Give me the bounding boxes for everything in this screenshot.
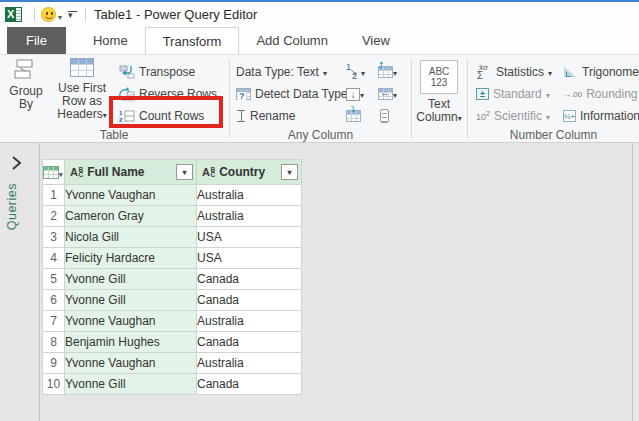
move-button[interactable]: ↔ (378, 83, 397, 105)
unpivot-columns-button[interactable]: ⤴ (378, 61, 397, 83)
detect-data-type-icon: ? (236, 88, 251, 100)
tab-transform[interactable]: Transform (145, 27, 240, 54)
move-icon: ↔ (378, 88, 393, 100)
full-name-cell[interactable]: Yvonne Vaughan (65, 311, 197, 332)
select-all-button[interactable]: ▾ (43, 160, 65, 185)
country-cell[interactable]: Canada (197, 269, 302, 290)
full-name-cell[interactable]: Yvonne Vaughan (65, 353, 197, 374)
tab-home[interactable]: Home (76, 27, 145, 54)
fill-down-icon: ↓ (346, 88, 360, 101)
expand-queries-chevron-icon[interactable] (11, 156, 27, 172)
row-number[interactable]: 2 (43, 206, 65, 227)
country-cell[interactable]: Canada (197, 332, 302, 353)
table-row: 4 Felicity Hardacre USA (43, 248, 302, 269)
row-number[interactable]: 6 (43, 290, 65, 311)
pivot-column-button[interactable]: ⤵ (346, 105, 361, 127)
standard-button[interactable]: ± Standard (476, 83, 550, 105)
row-number[interactable]: 7 (43, 311, 65, 332)
dropdown-caret-icon: ▾ (59, 171, 63, 178)
row-number[interactable]: 5 (43, 269, 65, 290)
table-row: 3 Nicola Gill USA (43, 227, 302, 248)
smiley-icon[interactable] (41, 7, 56, 22)
row-number[interactable]: 1 (43, 185, 65, 206)
reverse-rows-button[interactable]: Reverse Rows (119, 83, 217, 105)
rename-icon (236, 110, 246, 122)
excel-icon (5, 7, 22, 22)
dropdown-caret-icon (393, 65, 397, 79)
group-label-number-column: Number Column (468, 128, 639, 142)
row-number[interactable]: 3 (43, 227, 65, 248)
convert-to-list-icon (380, 109, 389, 123)
standard-icon: ± (476, 88, 489, 100)
country-cell[interactable]: Canada (197, 290, 302, 311)
filter-dropdown-button[interactable] (281, 164, 298, 180)
full-name-cell[interactable]: Yvonne Vaughan (65, 185, 197, 206)
dropdown-caret-icon (361, 65, 365, 79)
customize-quick-access-toolbar-icon[interactable] (68, 10, 77, 20)
smiley-dropdown-caret-icon[interactable] (58, 6, 62, 24)
full-name-cell[interactable]: Yvonne Gill (65, 374, 197, 395)
statistics-icon: x̄σΣ (476, 65, 492, 80)
country-cell[interactable]: Canada (197, 374, 302, 395)
use-first-row-as-headers-icon (70, 58, 94, 77)
country-cell[interactable]: Australia (197, 185, 302, 206)
rename-button[interactable]: Rename (236, 105, 295, 127)
dropdown-caret-icon (393, 87, 397, 101)
transpose-button[interactable]: Transpose (119, 61, 195, 83)
fill-button[interactable]: ↓ (346, 83, 364, 105)
titlebar: Table1 - Power Query Editor (0, 2, 639, 27)
dropdown-caret-icon (548, 65, 552, 79)
rounding-button[interactable]: →.00 Rounding (563, 83, 639, 105)
country-cell[interactable]: USA (197, 227, 302, 248)
rounding-icon: →.00 (563, 90, 582, 99)
tab-add-column[interactable]: Add Column (239, 27, 345, 54)
statistics-button[interactable]: x̄σΣ Statistics (476, 61, 552, 83)
full-name-cell[interactable]: Nicola Gill (65, 227, 197, 248)
replace-values-button[interactable]: 1↘2 (346, 61, 365, 83)
table-row: 5 Yvonne Gill Canada (43, 269, 302, 290)
count-rows-button[interactable]: 1 2 Count Rows (119, 105, 204, 127)
select-all-table-icon (43, 166, 59, 179)
column-header-country[interactable]: ABC Country (197, 160, 302, 185)
country-cell[interactable]: Australia (197, 311, 302, 332)
tab-view[interactable]: View (345, 27, 407, 54)
text-column-icon: ABC 123 (420, 60, 458, 94)
group-by-button[interactable]: Group By (6, 58, 46, 111)
group-by-icon (13, 58, 39, 80)
row-number[interactable]: 10 (43, 374, 65, 395)
text-column-button[interactable]: ABC 123 Text Column (416, 60, 462, 125)
trigonometry-button[interactable]: Trigonometry (563, 61, 639, 83)
data-type-button[interactable]: Data Type: Text (236, 61, 327, 83)
ribbon: Group By Use First Row as Headers Transp… (0, 55, 639, 143)
titlebar-separator (85, 8, 86, 22)
vertical-scrollbar[interactable] (632, 143, 639, 421)
reverse-rows-icon (119, 87, 135, 101)
scientific-button[interactable]: 102 Scientific (476, 105, 550, 127)
detect-data-type-button[interactable]: ? Detect Data Type (236, 83, 348, 105)
row-number[interactable]: 8 (43, 332, 65, 353)
full-name-cell[interactable]: Benjamin Hughes (65, 332, 197, 353)
text-type-icon: ABC (70, 166, 83, 178)
row-number[interactable]: 9 (43, 353, 65, 374)
filter-dropdown-button[interactable] (176, 164, 193, 180)
full-name-cell[interactable]: Yvonne Gill (65, 290, 197, 311)
svg-text:1: 1 (119, 110, 123, 116)
table-row: 6 Yvonne Gill Canada (43, 290, 302, 311)
full-name-cell[interactable]: Yvonne Gill (65, 269, 197, 290)
full-name-cell[interactable]: Felicity Hardacre (65, 248, 197, 269)
row-number[interactable]: 4 (43, 248, 65, 269)
dropdown-caret-icon (323, 65, 327, 79)
information-button[interactable]: ⅓+ Information (563, 105, 639, 127)
convert-to-list-button[interactable] (380, 105, 389, 127)
ribbon-group-any-column: Data Type: Text ? Detect Data Type Renam… (230, 55, 411, 143)
country-cell[interactable]: Australia (197, 353, 302, 374)
full-name-cell[interactable]: Cameron Gray (65, 206, 197, 227)
use-first-row-as-headers-button[interactable]: Use First Row as Headers (46, 58, 118, 122)
tab-file[interactable]: File (7, 27, 66, 54)
text-type-icon: ABC (202, 166, 215, 178)
power-query-editor-window: Table1 - Power Query Editor File Home Tr… (0, 0, 639, 421)
dropdown-caret-icon (546, 87, 550, 101)
column-header-full-name[interactable]: ABC Full Name (65, 160, 197, 185)
country-cell[interactable]: USA (197, 248, 302, 269)
country-cell[interactable]: Australia (197, 206, 302, 227)
